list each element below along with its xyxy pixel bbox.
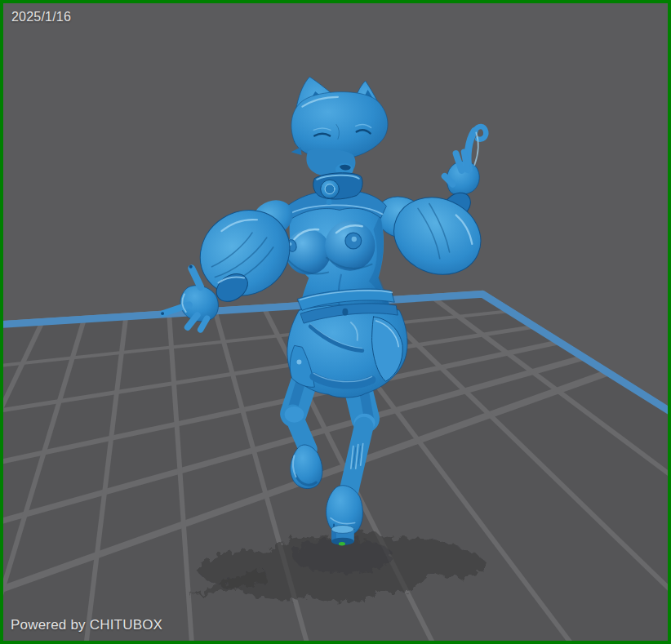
window-frame: 2025/1/16 Powered by CHITUBOX [0,0,671,644]
viewport-3d[interactable] [3,3,668,641]
chest-left [286,229,331,274]
support-contact-point [339,542,345,545]
navel [342,309,348,316]
support-pillar [331,525,354,545]
date-label: 2025/1/16 [11,10,71,24]
watermark-label: Powered by CHITUBOX [11,617,162,633]
